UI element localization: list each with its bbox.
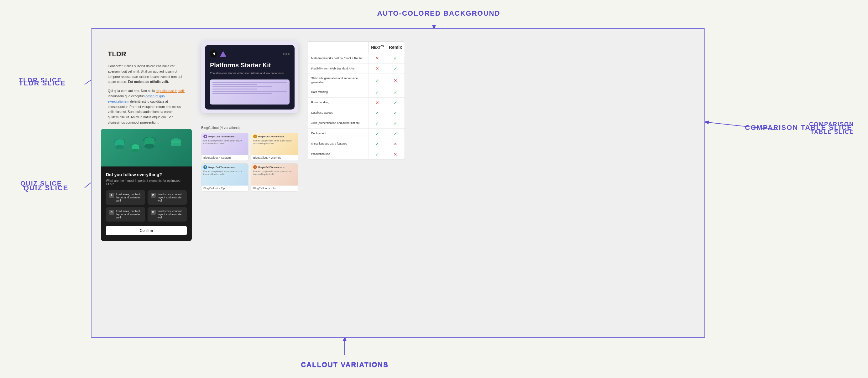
- callout-warning-text: Etur aut occuptio vellit verem quam accu…: [253, 139, 296, 145]
- check-yes-icon: ✓: [375, 78, 379, 83]
- check-yes-icon: ✓: [394, 100, 397, 105]
- quiz-option-letter-d: D: [151, 210, 156, 215]
- check-no-icon: ✕: [394, 141, 397, 146]
- table-feature-name: Auth (authentication and authorization): [308, 118, 369, 128]
- quiz-option-a[interactable]: A fixed sizes, content, layout and anima…: [106, 190, 145, 205]
- table-remix-check: ✓: [386, 87, 405, 97]
- table-remix-check: ✓: [386, 64, 405, 74]
- check-yes-icon: ✓: [375, 141, 379, 146]
- callout-section: BlogCallout (4 variations) ◆ Morph Du'l …: [201, 126, 298, 192]
- callout-card-custom: ◆ Morph Du'l Tortomarbros Etur aut occup…: [201, 133, 248, 161]
- quiz-question-title: Did you follow everything?: [106, 172, 187, 177]
- callout-tip-title: Morph Du'l Tortomarbros: [208, 166, 235, 168]
- callout-info-text: Etur aut occuptio vellit verem quam accu…: [253, 170, 296, 176]
- callout-card-img-custom: ◆ Morph Du'l Tortomarbros Etur aut occup…: [202, 133, 248, 155]
- table-remix-check: ✓: [386, 97, 405, 108]
- quiz-option-text-b: fixed sizes, content, layout and animate…: [158, 193, 184, 202]
- platform-screen-content: [213, 82, 287, 95]
- table-remix-check: ✓: [386, 53, 405, 64]
- quiz-confirm-button[interactable]: Confirm: [106, 226, 187, 235]
- callout-warning-title: Morph Du'l Tortomarbros: [258, 136, 284, 138]
- quiz-option-b[interactable]: B fixed sizes, content, layout and anima…: [148, 190, 187, 205]
- check-no-icon: ✕: [394, 78, 397, 83]
- callout-section-title: BlogCallout (4 variations): [201, 126, 298, 130]
- callout-warning-label: BlogCallout > Warning: [251, 155, 298, 161]
- callout-tip-icon: 💡: [204, 165, 207, 169]
- table-next-check: ✓: [369, 87, 386, 97]
- table-remix-check: ✓: [386, 118, 405, 128]
- table-row: Flexibility from Web Standard APIs✕✓: [308, 64, 405, 74]
- table-remix-check: ✕: [386, 74, 405, 87]
- annotation-callout-variations-text: CALLOUT VARIATIONS: [301, 361, 389, 369]
- callout-custom-label: BlogCallout > Custom: [202, 155, 248, 161]
- callout-tip-label: BlogCallout > Tip: [202, 185, 248, 191]
- quiz-slice: Did you follow everything? What are the …: [101, 129, 192, 241]
- callout-custom-text: Etur aut occuptio vellit verem quam accu…: [204, 139, 246, 145]
- annotation-auto-colored-bg-text: AUTO-COLORED BACKGROUND: [377, 9, 500, 17]
- comparison-next-header: NEXTJS: [369, 42, 386, 53]
- table-feature-name: Database access: [308, 108, 369, 118]
- table-row: Meta-frameworks built on React + Router✕…: [308, 53, 405, 64]
- quiz-option-letter-a: A: [109, 193, 114, 198]
- platform-logo-n: N: [210, 50, 217, 58]
- tldr-highlight1: repudiandae iepudit: [156, 89, 185, 93]
- quiz-question-subtitle: What are the 4 most important elements f…: [106, 179, 187, 186]
- platform-subtitle: The all-in-one starter kit for site buil…: [210, 71, 289, 76]
- quiz-option-c[interactable]: C fixed sizes, content, layout and anima…: [106, 207, 145, 221]
- quiz-options-grid: A fixed sizes, content, layout and anima…: [106, 190, 187, 221]
- callout-tip-text: Etur aut occuptio vellit verem quam accu…: [204, 170, 246, 176]
- callout-custom-icon: ◆: [204, 135, 207, 138]
- check-yes-icon: ✓: [394, 131, 397, 136]
- callout-warning-icon: ⚠: [253, 135, 257, 138]
- quiz-image: [101, 129, 192, 167]
- platform-screenshot: [210, 79, 289, 104]
- table-feature-name: Miscellaneous extra features: [308, 139, 369, 149]
- comparison-table-container: NEXTJS Remix Meta-frameworks built on Re…: [308, 41, 405, 160]
- table-feature-name: Production use: [308, 149, 369, 159]
- platform-card-header: N: [210, 50, 289, 58]
- tldr-paragraph2: Qui quia eum aut eos. Non nulla repudian…: [108, 88, 185, 125]
- svg-rect-18: [159, 144, 168, 149]
- callout-card-img-info: ℹ Morph Du'l Tortomarbros Etur aut occup…: [251, 164, 298, 185]
- table-next-check: ✕: [369, 53, 386, 64]
- quiz-option-text-c: fixed sizes, content, layout and animate…: [116, 210, 142, 219]
- check-yes-icon: ✓: [375, 152, 379, 157]
- table-feature-name: Meta-frameworks built on React + Router: [308, 53, 369, 64]
- annotation-comparison-text: COMPARISONTABLE SLICE: [809, 121, 854, 135]
- callout-card-img-warning: ⚠ Morph Du'l Tortomarbros Etur aut occup…: [251, 133, 298, 155]
- table-row: Deployment✓✓: [308, 128, 405, 139]
- table-next-check: ✓: [369, 139, 386, 149]
- check-yes-icon: ✓: [394, 90, 397, 95]
- comparison-remix-header: Remix: [386, 42, 405, 53]
- tldr-slice: TLDR Consectetur alias suscipit dolore e…: [101, 41, 192, 136]
- table-next-check: ✓: [369, 74, 386, 87]
- quiz-option-letter-c: C: [109, 210, 114, 215]
- platform-card-inner: N Platforms Starter Kit The all-in-one s…: [205, 45, 294, 109]
- table-row: Miscellaneous extra features✓✕: [308, 139, 405, 149]
- annotation-quiz-slice-text: QUIZ SLICE: [20, 180, 62, 187]
- check-yes-icon: ✓: [375, 131, 379, 136]
- table-next-check: ✓: [369, 149, 386, 159]
- table-next-check: ✕: [369, 64, 386, 74]
- callout-card-info: ℹ Morph Du'l Tortomarbros Etur aut occup…: [251, 163, 298, 192]
- callout-card-warning: ⚠ Morph Du'l Tortomarbros Etur aut occup…: [251, 133, 298, 161]
- quiz-option-d[interactable]: D fixed sizes, content, layout and anima…: [148, 207, 187, 221]
- table-row: Production use✓✕: [308, 149, 405, 159]
- table-feature-name: Deployment: [308, 128, 369, 139]
- table-next-check: ✕: [369, 97, 386, 108]
- table-next-check: ✓: [369, 108, 386, 118]
- check-no-icon: ✕: [375, 56, 379, 61]
- table-feature-name: Data fetching: [308, 87, 369, 97]
- check-no-icon: ✕: [394, 152, 397, 157]
- check-yes-icon: ✓: [375, 121, 379, 126]
- table-row: Database access✓✓: [308, 108, 405, 118]
- callout-card-img-tip: 💡 Morph Du'l Tortomarbros Etur aut occup…: [202, 164, 248, 185]
- svg-point-16: [145, 144, 154, 149]
- callout-info-label: BlogCallout > Info: [251, 185, 298, 191]
- check-yes-icon: ✓: [375, 90, 379, 95]
- table-remix-check: ✓: [386, 108, 405, 118]
- callout-custom-title: Morph Du'l Tortomarbros: [208, 136, 235, 138]
- svg-rect-20: [171, 141, 181, 146]
- platform-title: Platforms Starter Kit: [210, 61, 289, 69]
- annotation-tldr-slice-text: TLDR SLICE: [19, 77, 62, 83]
